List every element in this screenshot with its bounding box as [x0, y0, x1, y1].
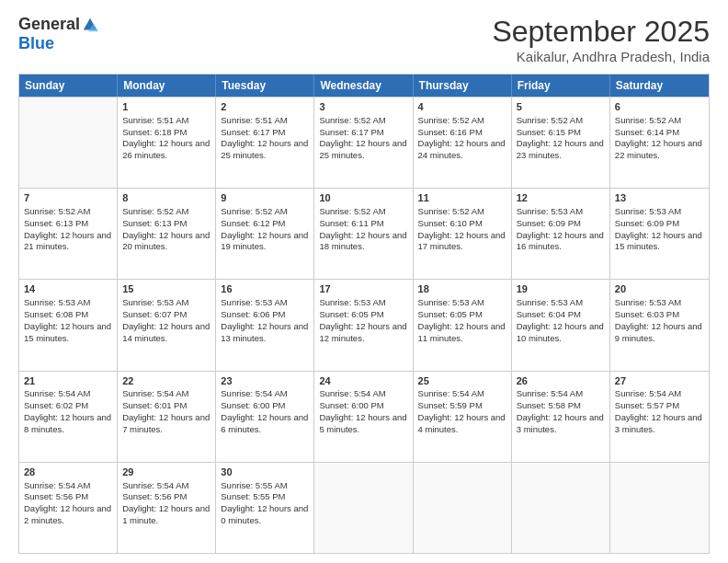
- day-number: 10: [319, 191, 407, 205]
- sunrise-text: Sunrise: 5:54 AM: [517, 388, 583, 398]
- daylight-text: Daylight: 12 hours and 12 minutes.: [319, 321, 406, 343]
- cal-cell-w2-d4: 10 Sunrise: 5:52 AM Sunset: 6:11 PM Dayl…: [314, 189, 413, 279]
- sunset-text: Sunset: 6:15 PM: [517, 127, 581, 137]
- header-friday: Friday: [512, 75, 610, 97]
- cal-cell-w4-d5: 25 Sunrise: 5:54 AM Sunset: 5:59 PM Dayl…: [414, 372, 512, 462]
- daylight-text: Daylight: 12 hours and 1 minute.: [122, 503, 210, 525]
- daylight-text: Daylight: 12 hours and 14 minutes.: [122, 321, 210, 343]
- day-number: 3: [319, 100, 407, 114]
- cal-cell-w1-d2: 1 Sunrise: 5:51 AM Sunset: 6:18 PM Dayli…: [118, 98, 216, 188]
- day-number: 28: [24, 465, 112, 479]
- daylight-text: Daylight: 12 hours and 9 minutes.: [615, 321, 702, 343]
- cal-cell-w2-d5: 11 Sunrise: 5:52 AM Sunset: 6:10 PM Dayl…: [414, 189, 512, 279]
- sunset-text: Sunset: 6:13 PM: [24, 218, 88, 228]
- header-thursday: Thursday: [414, 75, 512, 97]
- logo-general: General: [18, 15, 80, 34]
- cal-cell-w5-d5: [414, 463, 512, 553]
- logo-icon: [82, 17, 98, 33]
- cal-cell-w1-d5: 4 Sunrise: 5:52 AM Sunset: 6:16 PM Dayli…: [414, 98, 512, 188]
- daylight-text: Daylight: 12 hours and 15 minutes.: [24, 321, 111, 343]
- day-number: 5: [517, 100, 605, 114]
- cal-cell-w3-d2: 15 Sunrise: 5:53 AM Sunset: 6:07 PM Dayl…: [118, 280, 216, 370]
- day-number: 14: [24, 282, 112, 296]
- cal-cell-w4-d1: 21 Sunrise: 5:54 AM Sunset: 6:02 PM Dayl…: [19, 372, 118, 462]
- sunset-text: Sunset: 6:16 PM: [418, 127, 483, 137]
- week-row-3: 14 Sunrise: 5:53 AM Sunset: 6:08 PM Dayl…: [19, 279, 709, 370]
- sunset-text: Sunset: 6:09 PM: [517, 218, 581, 228]
- header-wednesday: Wednesday: [314, 75, 413, 97]
- daylight-text: Daylight: 12 hours and 6 minutes.: [221, 412, 308, 434]
- day-number: 9: [221, 191, 309, 205]
- header-tuesday: Tuesday: [216, 75, 314, 97]
- cal-cell-w1-d7: 6 Sunrise: 5:52 AM Sunset: 6:14 PM Dayli…: [610, 98, 709, 188]
- daylight-text: Daylight: 12 hours and 15 minutes.: [615, 230, 702, 252]
- day-number: 7: [24, 191, 112, 205]
- sunset-text: Sunset: 5:56 PM: [24, 491, 88, 501]
- sunrise-text: Sunrise: 5:53 AM: [517, 297, 583, 307]
- sunrise-text: Sunrise: 5:54 AM: [418, 388, 484, 398]
- daylight-text: Daylight: 12 hours and 11 minutes.: [418, 321, 506, 343]
- sunset-text: Sunset: 6:12 PM: [221, 218, 285, 228]
- daylight-text: Daylight: 12 hours and 13 minutes.: [221, 321, 308, 343]
- sunset-text: Sunset: 6:07 PM: [122, 309, 187, 319]
- day-number: 11: [418, 191, 506, 205]
- cal-cell-w3-d7: 20 Sunrise: 5:53 AM Sunset: 6:03 PM Dayl…: [610, 280, 709, 370]
- sunset-text: Sunset: 6:02 PM: [24, 400, 88, 410]
- day-number: 23: [221, 374, 309, 388]
- cal-cell-w4-d3: 23 Sunrise: 5:54 AM Sunset: 6:00 PM Dayl…: [216, 372, 314, 462]
- daylight-text: Daylight: 12 hours and 23 minutes.: [517, 138, 604, 160]
- sunset-text: Sunset: 5:58 PM: [517, 400, 581, 410]
- sunrise-text: Sunrise: 5:53 AM: [615, 206, 681, 216]
- subtitle: Kaikalur, Andhra Pradesh, India: [492, 49, 710, 64]
- day-number: 22: [122, 374, 210, 388]
- cal-cell-w3-d1: 14 Sunrise: 5:53 AM Sunset: 6:08 PM Dayl…: [19, 280, 118, 370]
- cal-cell-w1-d6: 5 Sunrise: 5:52 AM Sunset: 6:15 PM Dayli…: [512, 98, 610, 188]
- week-row-1: 1 Sunrise: 5:51 AM Sunset: 6:18 PM Dayli…: [19, 97, 709, 188]
- cal-cell-w5-d1: 28 Sunrise: 5:54 AM Sunset: 5:56 PM Dayl…: [19, 463, 118, 553]
- day-number: 2: [221, 100, 309, 114]
- sunrise-text: Sunrise: 5:52 AM: [615, 115, 681, 125]
- sunset-text: Sunset: 6:04 PM: [517, 309, 581, 319]
- cal-cell-w2-d6: 12 Sunrise: 5:53 AM Sunset: 6:09 PM Dayl…: [512, 189, 610, 279]
- page: General Blue September 2025 Kaikalur, An…: [0, 0, 728, 563]
- daylight-text: Daylight: 12 hours and 5 minutes.: [319, 412, 406, 434]
- sunrise-text: Sunrise: 5:53 AM: [319, 297, 385, 307]
- day-number: 12: [517, 191, 605, 205]
- week-row-5: 28 Sunrise: 5:54 AM Sunset: 5:56 PM Dayl…: [19, 462, 709, 553]
- calendar-header: Sunday Monday Tuesday Wednesday Thursday…: [19, 75, 709, 97]
- cal-cell-w5-d6: [512, 463, 610, 553]
- day-number: 27: [615, 374, 704, 388]
- cal-cell-w5-d2: 29 Sunrise: 5:54 AM Sunset: 5:56 PM Dayl…: [118, 463, 216, 553]
- cal-cell-w4-d2: 22 Sunrise: 5:54 AM Sunset: 6:01 PM Dayl…: [118, 372, 216, 462]
- cal-cell-w4-d4: 24 Sunrise: 5:54 AM Sunset: 6:00 PM Dayl…: [314, 372, 413, 462]
- day-number: 13: [615, 191, 704, 205]
- daylight-text: Daylight: 12 hours and 25 minutes.: [319, 138, 406, 160]
- sunrise-text: Sunrise: 5:52 AM: [517, 115, 583, 125]
- sunset-text: Sunset: 6:00 PM: [319, 400, 383, 410]
- sunrise-text: Sunrise: 5:53 AM: [418, 297, 484, 307]
- daylight-text: Daylight: 12 hours and 19 minutes.: [221, 230, 308, 252]
- sunset-text: Sunset: 5:55 PM: [221, 491, 285, 501]
- sunrise-text: Sunrise: 5:53 AM: [221, 297, 287, 307]
- daylight-text: Daylight: 12 hours and 10 minutes.: [517, 321, 604, 343]
- sunset-text: Sunset: 5:57 PM: [615, 400, 679, 410]
- header: General Blue September 2025 Kaikalur, An…: [18, 15, 710, 64]
- daylight-text: Daylight: 12 hours and 20 minutes.: [122, 230, 210, 252]
- sunset-text: Sunset: 6:14 PM: [615, 127, 679, 137]
- sunrise-text: Sunrise: 5:54 AM: [24, 388, 90, 398]
- daylight-text: Daylight: 12 hours and 3 minutes.: [517, 412, 604, 434]
- sunrise-text: Sunrise: 5:54 AM: [615, 388, 681, 398]
- header-sunday: Sunday: [19, 75, 118, 97]
- day-number: 29: [122, 465, 210, 479]
- day-number: 25: [418, 374, 506, 388]
- sunset-text: Sunset: 5:59 PM: [418, 400, 483, 410]
- cal-cell-w5-d3: 30 Sunrise: 5:55 AM Sunset: 5:55 PM Dayl…: [216, 463, 314, 553]
- day-number: 21: [24, 374, 112, 388]
- sunrise-text: Sunrise: 5:52 AM: [24, 206, 90, 216]
- cal-cell-w2-d2: 8 Sunrise: 5:52 AM Sunset: 6:13 PM Dayli…: [118, 189, 216, 279]
- sunset-text: Sunset: 6:06 PM: [221, 309, 285, 319]
- sunset-text: Sunset: 6:08 PM: [24, 309, 88, 319]
- calendar: Sunday Monday Tuesday Wednesday Thursday…: [18, 74, 710, 554]
- header-monday: Monday: [118, 75, 216, 97]
- daylight-text: Daylight: 12 hours and 3 minutes.: [615, 412, 702, 434]
